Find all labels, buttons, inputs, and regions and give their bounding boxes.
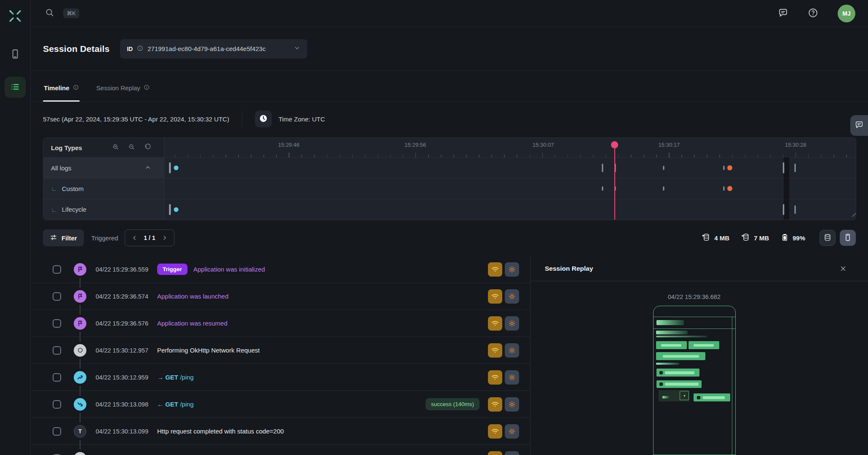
search-shortcut-badge[interactable]: ⌘K — [63, 8, 79, 18]
user-avatar[interactable]: MJ — [838, 5, 855, 22]
info-icon[interactable] — [144, 84, 150, 92]
network-wifi-chip[interactable] — [488, 316, 502, 331]
thermal-state-chip[interactable] — [505, 424, 519, 439]
wireframe-checkbox — [680, 391, 689, 400]
log-type-row-all-logs[interactable]: All logs — [43, 158, 164, 178]
axis-tick — [796, 153, 796, 157]
info-icon[interactable] — [137, 45, 143, 53]
tab-session-replay[interactable]: Session Replay — [96, 84, 150, 102]
tab-timeline[interactable]: Timeline — [43, 84, 80, 102]
tab-bar: Timeline Session Replay — [31, 71, 868, 102]
lifecycle-flag-icon — [74, 290, 86, 303]
axis-tick — [188, 154, 188, 157]
axis-tick — [719, 154, 720, 157]
thermal-state-chip[interactable] — [505, 262, 519, 277]
zoom-in-icon[interactable] — [112, 143, 119, 152]
axis-tick — [770, 154, 771, 157]
thermal-state-chip[interactable] — [505, 397, 519, 412]
log-row[interactable]: 04/22 15:30:12.959 → GET /ping — [31, 364, 530, 391]
help-icon[interactable] — [808, 8, 818, 19]
log-row[interactable]: T 04/22 15:30:13.099 Http request comple… — [31, 418, 530, 445]
network-wifi-chip[interactable] — [488, 424, 502, 439]
axis-tick — [593, 154, 594, 157]
playhead-handle[interactable] — [611, 141, 618, 148]
log-message[interactable]: Application was launched — [157, 293, 228, 300]
sidebar-item-devices[interactable] — [5, 44, 26, 65]
toggle-replay-panel-button[interactable] — [840, 230, 856, 246]
network-wifi-chip[interactable] — [488, 370, 502, 385]
row-checkbox[interactable] — [53, 319, 61, 328]
thermal-state-chip[interactable] — [505, 316, 519, 331]
prev-page-button[interactable] — [131, 234, 138, 241]
log-list: 04/22 15:29:36.559 Trigger Application w… — [31, 256, 530, 455]
phone-icon — [844, 233, 852, 243]
session-replay-title: Session Replay — [545, 265, 593, 272]
brand-logo-icon[interactable] — [7, 8, 24, 24]
feedback-icon[interactable] — [778, 8, 788, 19]
sidebar-item-sessions[interactable] — [5, 77, 26, 98]
session-replay-header: Session Replay — [530, 256, 868, 281]
row-checkbox[interactable] — [53, 400, 61, 409]
http-path: /ping — [178, 401, 194, 408]
filter-button[interactable]: Filter — [43, 229, 84, 246]
filter-bar: Filter Triggered 1 / 1 — [31, 229, 868, 247]
reset-zoom-icon[interactable] — [144, 143, 151, 152]
thermal-state-chip[interactable] — [505, 451, 519, 455]
close-icon[interactable] — [839, 265, 847, 272]
log-timestamp: 04/22 15:29:36.576 — [96, 320, 151, 327]
data-received-icon — [741, 233, 750, 243]
row-checkbox[interactable] — [53, 265, 61, 274]
tab-timeline-label: Timeline — [44, 84, 70, 92]
network-wifi-chip[interactable] — [488, 262, 502, 277]
axis-tick — [707, 154, 707, 157]
axis-tick — [365, 154, 366, 157]
log-type-row-lifecycle[interactable]: ∟ Lifecycle — [43, 199, 164, 220]
http-method: GET — [165, 401, 178, 408]
log-row[interactable]: 04/22 15:29:36.574 Application was launc… — [31, 283, 530, 310]
axis-tick — [491, 154, 492, 157]
log-message[interactable]: → GET /ping — [157, 374, 194, 381]
axis-label: 15:29:46 — [278, 142, 300, 148]
axis-label: 15:29:56 — [405, 142, 426, 148]
thermal-state-chip[interactable] — [505, 343, 519, 358]
thermal-state-chip[interactable] — [505, 370, 519, 385]
row-checkbox[interactable] — [53, 373, 61, 382]
data-sent-icon — [702, 233, 710, 243]
network-wifi-chip[interactable] — [488, 289, 502, 304]
network-wifi-chip[interactable] — [488, 343, 502, 358]
log-circle-icon — [74, 344, 86, 357]
zoom-out-icon[interactable] — [128, 143, 135, 152]
row-checkbox[interactable] — [53, 346, 61, 355]
log-row[interactable]: 04/22 15:29:36.576 Application was resum… — [31, 310, 530, 337]
session-duration: 57sec (Apr 22, 2024, 15:29:35 UTC - Apr … — [43, 116, 229, 123]
thermal-state-chip[interactable] — [505, 289, 519, 304]
content-split: 04/22 15:29:36.559 Trigger Application w… — [31, 256, 868, 455]
log-message[interactable]: Application was resumed — [157, 320, 228, 327]
feedback-flyout-button[interactable] — [850, 115, 868, 136]
log-type-row-custom[interactable]: ∟ Custom — [43, 178, 164, 199]
playhead-line[interactable] — [614, 148, 615, 220]
axis-tick — [656, 154, 657, 157]
network-wifi-chip[interactable] — [488, 397, 502, 412]
timeline-panel: Log Types 15 — [43, 137, 856, 220]
toggle-data-panel-button[interactable] — [820, 230, 836, 246]
session-id-selector[interactable]: ID 271991ad-ec80-4d79-a61a-ced44e5f423c — [120, 39, 307, 59]
axis-tick — [694, 154, 695, 157]
axis-tick — [821, 154, 822, 157]
search-icon[interactable] — [45, 8, 55, 19]
axis-tick — [568, 154, 568, 157]
log-row[interactable]: 04/22 15:30:12.957 Performing OkHttp Net… — [31, 337, 530, 364]
log-message[interactable]: Performing OkHttp Network Request — [157, 347, 260, 354]
network-wifi-chip[interactable] — [488, 451, 502, 455]
next-page-button[interactable] — [161, 234, 168, 241]
log-message[interactable]: ← GET /ping — [157, 401, 194, 408]
row-checkbox[interactable] — [53, 292, 61, 301]
info-icon[interactable] — [73, 84, 79, 92]
log-message[interactable]: Http request completed with status code=… — [157, 428, 284, 435]
log-message[interactable]: Application was initialized — [193, 266, 265, 273]
timezone-button[interactable] — [255, 110, 272, 127]
log-row[interactable]: 04/22 15:29:36.559 Trigger Application w… — [31, 256, 530, 283]
log-row[interactable]: 04/22 15:30:17.024 'log message' with le… — [31, 445, 530, 455]
row-checkbox[interactable] — [53, 427, 61, 436]
log-row[interactable]: 04/22 15:30:13.098 ← GET /ping success (… — [31, 391, 530, 418]
